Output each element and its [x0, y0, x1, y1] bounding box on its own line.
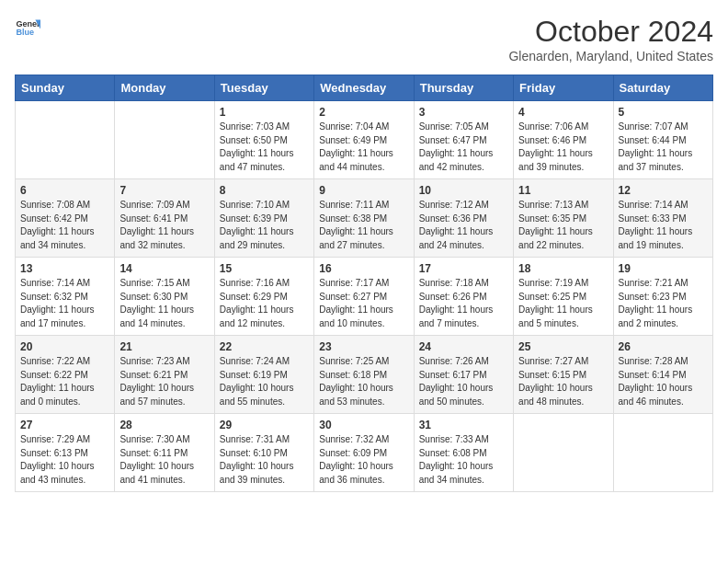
day-content: Sunrise: 7:23 AMSunset: 6:21 PMDaylight:…: [119, 355, 209, 408]
day-content: Sunrise: 7:04 AMSunset: 6:49 PMDaylight:…: [319, 121, 408, 174]
day-number: 18: [518, 262, 608, 275]
calendar-cell: 20Sunrise: 7:22 AMSunset: 6:22 PMDayligh…: [16, 336, 115, 414]
day-content: Sunrise: 7:07 AMSunset: 6:44 PMDaylight:…: [619, 121, 708, 174]
calendar-cell: 10Sunrise: 7:12 AMSunset: 6:36 PMDayligh…: [414, 179, 513, 258]
calendar-cell: 26Sunrise: 7:28 AMSunset: 6:14 PMDayligh…: [613, 336, 712, 414]
day-content: Sunrise: 7:13 AMSunset: 6:35 PMDaylight:…: [518, 199, 608, 252]
calendar-cell: 24Sunrise: 7:26 AMSunset: 6:17 PMDayligh…: [414, 336, 513, 414]
calendar-cell: 23Sunrise: 7:25 AMSunset: 6:18 PMDayligh…: [314, 336, 414, 414]
calendar-cell: 27Sunrise: 7:29 AMSunset: 6:13 PMDayligh…: [16, 414, 115, 492]
day-number: 23: [319, 340, 408, 353]
day-number: 8: [220, 184, 309, 197]
day-number: 16: [319, 262, 408, 275]
calendar-cell: 15Sunrise: 7:16 AMSunset: 6:29 PMDayligh…: [214, 258, 313, 336]
day-content: Sunrise: 7:18 AMSunset: 6:26 PMDaylight:…: [419, 277, 508, 330]
calendar-cell: 30Sunrise: 7:32 AMSunset: 6:09 PMDayligh…: [314, 414, 414, 492]
logo: General Blue: [15, 15, 40, 40]
day-content: Sunrise: 7:12 AMSunset: 6:36 PMDaylight:…: [419, 199, 508, 252]
day-number: 2: [319, 106, 408, 119]
day-content: Sunrise: 7:21 AMSunset: 6:23 PMDaylight:…: [619, 277, 708, 330]
day-number: 1: [220, 106, 309, 119]
svg-text:Blue: Blue: [16, 28, 34, 37]
day-number: 3: [419, 106, 508, 119]
calendar-cell: 28Sunrise: 7:30 AMSunset: 6:11 PMDayligh…: [115, 414, 214, 492]
day-number: 6: [20, 184, 109, 197]
day-content: Sunrise: 7:27 AMSunset: 6:15 PMDaylight:…: [518, 355, 608, 408]
weekday-header-wednesday: Wednesday: [314, 75, 414, 101]
day-content: Sunrise: 7:11 AMSunset: 6:38 PMDaylight:…: [319, 199, 408, 252]
day-number: 29: [220, 419, 309, 431]
calendar-cell: 21Sunrise: 7:23 AMSunset: 6:21 PMDayligh…: [115, 336, 214, 414]
calendar-cell: 7Sunrise: 7:09 AMSunset: 6:41 PMDaylight…: [115, 179, 214, 258]
calendar-table: SundayMondayTuesdayWednesdayThursdayFrid…: [15, 75, 713, 492]
calendar-cell: 31Sunrise: 7:33 AMSunset: 6:08 PMDayligh…: [414, 414, 513, 492]
calendar-week-4: 20Sunrise: 7:22 AMSunset: 6:22 PMDayligh…: [16, 336, 713, 414]
day-number: 27: [20, 419, 109, 431]
day-content: Sunrise: 7:32 AMSunset: 6:09 PMDaylight:…: [319, 433, 408, 487]
day-content: Sunrise: 7:33 AMSunset: 6:08 PMDaylight:…: [419, 433, 508, 487]
day-content: Sunrise: 7:14 AMSunset: 6:32 PMDaylight:…: [20, 277, 109, 330]
weekday-header-saturday: Saturday: [613, 75, 712, 101]
day-number: 12: [619, 184, 708, 197]
day-number: 31: [419, 419, 508, 431]
day-content: Sunrise: 7:16 AMSunset: 6:29 PMDaylight:…: [220, 277, 309, 330]
calendar-cell: 12Sunrise: 7:14 AMSunset: 6:33 PMDayligh…: [613, 179, 712, 258]
calendar-week-1: 1Sunrise: 7:03 AMSunset: 6:50 PMDaylight…: [16, 101, 713, 179]
day-number: 24: [419, 340, 508, 353]
calendar-week-2: 6Sunrise: 7:08 AMSunset: 6:42 PMDaylight…: [16, 179, 713, 258]
day-content: Sunrise: 7:10 AMSunset: 6:39 PMDaylight:…: [220, 199, 309, 252]
calendar-cell: 22Sunrise: 7:24 AMSunset: 6:19 PMDayligh…: [214, 336, 313, 414]
calendar-cell: 16Sunrise: 7:17 AMSunset: 6:27 PMDayligh…: [314, 258, 414, 336]
day-number: 30: [319, 419, 408, 431]
day-number: 22: [220, 340, 309, 353]
day-content: Sunrise: 7:06 AMSunset: 6:46 PMDaylight:…: [518, 121, 608, 174]
day-content: Sunrise: 7:15 AMSunset: 6:30 PMDaylight:…: [119, 277, 209, 330]
day-content: Sunrise: 7:25 AMSunset: 6:18 PMDaylight:…: [319, 355, 408, 408]
calendar-cell: 3Sunrise: 7:05 AMSunset: 6:47 PMDaylight…: [414, 101, 513, 179]
day-number: 14: [119, 262, 209, 275]
day-content: Sunrise: 7:14 AMSunset: 6:33 PMDaylight:…: [619, 199, 708, 252]
day-content: Sunrise: 7:22 AMSunset: 6:22 PMDaylight:…: [20, 355, 109, 408]
calendar-cell: 25Sunrise: 7:27 AMSunset: 6:15 PMDayligh…: [514, 336, 613, 414]
calendar-cell: 5Sunrise: 7:07 AMSunset: 6:44 PMDaylight…: [613, 101, 712, 179]
day-number: 9: [319, 184, 408, 197]
day-number: 10: [419, 184, 508, 197]
day-number: 11: [518, 184, 608, 197]
calendar-week-3: 13Sunrise: 7:14 AMSunset: 6:32 PMDayligh…: [16, 258, 713, 336]
day-number: 25: [518, 340, 608, 353]
weekday-header-friday: Friday: [514, 75, 613, 101]
weekday-header-thursday: Thursday: [414, 75, 513, 101]
title-block: October 2024 Glenarden, Maryland, United…: [508, 15, 713, 63]
day-number: 28: [119, 419, 209, 431]
day-content: Sunrise: 7:31 AMSunset: 6:10 PMDaylight:…: [220, 433, 309, 487]
calendar-cell: 13Sunrise: 7:14 AMSunset: 6:32 PMDayligh…: [16, 258, 115, 336]
calendar-cell: 18Sunrise: 7:19 AMSunset: 6:25 PMDayligh…: [514, 258, 613, 336]
weekday-header-monday: Monday: [115, 75, 214, 101]
day-number: 13: [20, 262, 109, 275]
calendar-cell: 19Sunrise: 7:21 AMSunset: 6:23 PMDayligh…: [613, 258, 712, 336]
day-number: 7: [119, 184, 209, 197]
calendar-cell: 29Sunrise: 7:31 AMSunset: 6:10 PMDayligh…: [214, 414, 313, 492]
location-subtitle: Glenarden, Maryland, United States: [508, 49, 713, 63]
day-content: Sunrise: 7:05 AMSunset: 6:47 PMDaylight:…: [419, 121, 508, 174]
day-content: Sunrise: 7:26 AMSunset: 6:17 PMDaylight:…: [419, 355, 508, 408]
day-content: Sunrise: 7:24 AMSunset: 6:19 PMDaylight:…: [220, 355, 309, 408]
day-content: Sunrise: 7:30 AMSunset: 6:11 PMDaylight:…: [119, 433, 209, 487]
logo-icon: General Blue: [15, 15, 40, 40]
calendar-cell: 9Sunrise: 7:11 AMSunset: 6:38 PMDaylight…: [314, 179, 414, 258]
day-content: Sunrise: 7:29 AMSunset: 6:13 PMDaylight:…: [20, 433, 109, 487]
calendar-cell: [115, 101, 214, 179]
calendar-cell: 1Sunrise: 7:03 AMSunset: 6:50 PMDaylight…: [214, 101, 313, 179]
calendar-cell: 14Sunrise: 7:15 AMSunset: 6:30 PMDayligh…: [115, 258, 214, 336]
day-content: Sunrise: 7:09 AMSunset: 6:41 PMDaylight:…: [119, 199, 209, 252]
calendar-cell: [16, 101, 115, 179]
day-content: Sunrise: 7:08 AMSunset: 6:42 PMDaylight:…: [20, 199, 109, 252]
calendar-cell: [613, 414, 712, 492]
day-content: Sunrise: 7:19 AMSunset: 6:25 PMDaylight:…: [518, 277, 608, 330]
calendar-cell: [514, 414, 613, 492]
day-content: Sunrise: 7:17 AMSunset: 6:27 PMDaylight:…: [319, 277, 408, 330]
calendar-cell: 8Sunrise: 7:10 AMSunset: 6:39 PMDaylight…: [214, 179, 313, 258]
weekday-header-sunday: Sunday: [16, 75, 115, 101]
calendar-cell: 11Sunrise: 7:13 AMSunset: 6:35 PMDayligh…: [514, 179, 613, 258]
day-content: Sunrise: 7:03 AMSunset: 6:50 PMDaylight:…: [220, 121, 309, 174]
